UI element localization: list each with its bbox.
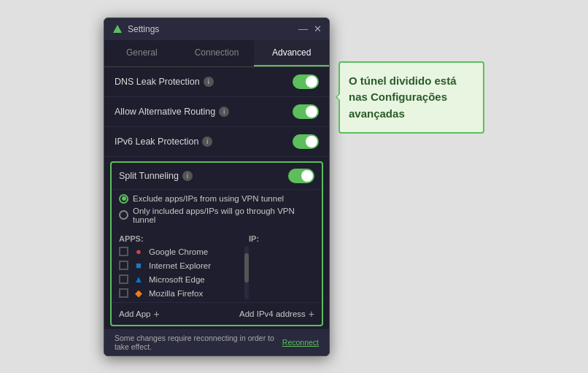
- ipv6-leak-info-icon[interactable]: i: [202, 136, 212, 147]
- dns-leak-toggle[interactable]: [293, 74, 319, 89]
- tab-general[interactable]: General: [104, 40, 179, 66]
- radio-exclude-row[interactable]: Exclude apps/IPs from using VPN tunnel: [119, 194, 314, 204]
- firefox-checkbox[interactable]: [119, 288, 128, 298]
- firefox-icon: ◆: [133, 288, 144, 299]
- apps-ip-body: ● Google Chrome ■ Internet Explorer ▲ Mi…: [112, 246, 322, 299]
- ip-column-header: IP:: [249, 234, 314, 243]
- apps-ip-header: APPS: IP:: [112, 231, 322, 246]
- alt-routing-toggle[interactable]: [293, 104, 319, 119]
- radio-exclude-label: Exclude apps/IPs from using VPN tunnel: [133, 194, 284, 203]
- list-item: ◆ Mozilla Firefox: [119, 288, 241, 299]
- settings-window: Settings — ✕ General Connection Advanced…: [104, 18, 330, 356]
- edge-label: Microsoft Edge: [149, 275, 205, 284]
- scrollbar[interactable]: [244, 246, 249, 299]
- list-item: ● Google Chrome: [119, 246, 241, 258]
- add-ip-button[interactable]: Add IPv4 address +: [239, 309, 314, 319]
- status-message: Some changes require reconnecting in ord…: [115, 334, 282, 351]
- radio-exclude[interactable]: [119, 194, 128, 204]
- apps-list: ● Google Chrome ■ Internet Explorer ▲ Mi…: [119, 246, 241, 299]
- close-button[interactable]: ✕: [314, 24, 322, 34]
- dns-leak-label: DNS Leak Protection: [115, 77, 200, 87]
- radio-include[interactable]: [119, 210, 128, 220]
- ipv6-leak-toggle[interactable]: [293, 134, 319, 149]
- svg-marker-0: [113, 25, 122, 33]
- alt-routing-info-icon[interactable]: i: [219, 107, 229, 117]
- radio-exclude-dot: [122, 196, 126, 201]
- radio-options: Exclude apps/IPs from using VPN tunnel O…: [112, 190, 322, 231]
- add-ip-plus-icon: +: [309, 309, 314, 319]
- apps-column-header: APPS:: [119, 234, 249, 243]
- alt-routing-row: Allow Alternative Routing i: [104, 97, 329, 127]
- callout-text: O túnel dividido está nas Configurações …: [349, 74, 457, 120]
- alt-routing-label: Allow Alternative Routing: [115, 107, 215, 117]
- edge-checkbox[interactable]: [119, 274, 128, 284]
- app-icon: [112, 23, 123, 35]
- ip-list: [249, 246, 314, 299]
- chrome-icon: ●: [133, 246, 144, 258]
- radio-include-row[interactable]: Only included apps/IPs will go through V…: [119, 207, 314, 224]
- add-ip-label: Add IPv4 address: [239, 309, 306, 318]
- firefox-label: Mozilla Firefox: [149, 289, 203, 298]
- split-tunneling-info-icon[interactable]: i: [182, 171, 193, 181]
- ie-label: Internet Explorer: [149, 261, 211, 270]
- split-tunneling-header: Split Tunneling i: [112, 163, 322, 190]
- add-app-button[interactable]: Add App +: [119, 309, 160, 319]
- split-tunneling-label: Split Tunneling: [119, 171, 179, 181]
- split-tunneling-toggle[interactable]: [288, 169, 314, 183]
- split-tunneling-section: Split Tunneling i Exclude apps/IPs from …: [110, 161, 323, 326]
- list-item: ▲ Microsoft Edge: [119, 274, 241, 285]
- split-footer: Add App + Add IPv4 address +: [112, 302, 322, 325]
- dns-leak-info-icon[interactable]: i: [204, 77, 214, 87]
- minimize-button[interactable]: —: [298, 24, 308, 34]
- callout-box: O túnel dividido está nas Configurações …: [339, 61, 484, 134]
- chrome-label: Google Chrome: [149, 247, 208, 256]
- radio-include-label: Only included apps/IPs will go through V…: [133, 207, 314, 224]
- dns-leak-row: DNS Leak Protection i: [104, 67, 329, 97]
- content-area: DNS Leak Protection i Allow Alternative …: [104, 67, 329, 326]
- ie-icon: ■: [133, 260, 144, 272]
- list-item: ■ Internet Explorer: [119, 260, 241, 272]
- tab-bar: General Connection Advanced: [104, 40, 329, 67]
- titlebar: Settings — ✕: [104, 18, 329, 40]
- alt-routing-knob: [306, 106, 317, 118]
- dns-leak-knob: [306, 76, 317, 88]
- tab-advanced[interactable]: Advanced: [254, 40, 329, 66]
- scrollbar-thumb: [244, 253, 249, 282]
- reconnect-link[interactable]: Reconnect: [282, 338, 319, 347]
- add-app-plus-icon: +: [153, 309, 159, 319]
- edge-icon: ▲: [133, 274, 144, 285]
- window-title: Settings: [128, 24, 159, 34]
- tab-connection[interactable]: Connection: [179, 40, 255, 66]
- statusbar: Some changes require reconnecting in ord…: [104, 329, 329, 355]
- ipv6-leak-knob: [306, 136, 317, 147]
- chrome-checkbox[interactable]: [119, 247, 128, 256]
- split-tunneling-knob: [301, 170, 313, 182]
- ie-checkbox[interactable]: [119, 261, 128, 270]
- ipv6-leak-label: IPv6 Leak Protection: [115, 136, 198, 147]
- add-app-label: Add App: [119, 309, 150, 318]
- ipv6-leak-row: IPv6 Leak Protection i: [104, 127, 329, 157]
